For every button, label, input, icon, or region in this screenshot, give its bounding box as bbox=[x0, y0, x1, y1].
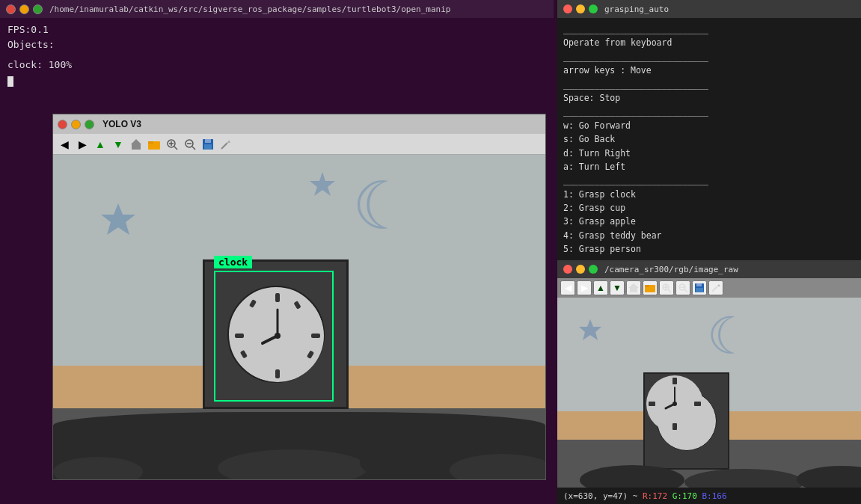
svg-point-59 bbox=[672, 402, 677, 406]
svg-point-31 bbox=[218, 449, 367, 479]
cam-home-button[interactable] bbox=[626, 280, 641, 295]
rt-line-2: ____________________________ bbox=[563, 50, 855, 64]
cam-back-button[interactable]: ◀ bbox=[560, 280, 575, 295]
cam-star-1 bbox=[576, 316, 604, 348]
cam-ground bbox=[557, 446, 861, 488]
star-2 bbox=[307, 170, 337, 203]
forward-button[interactable]: ▶ bbox=[74, 136, 91, 153]
svg-line-14 bbox=[221, 143, 227, 149]
rt-line-3: arrow keys : Move bbox=[563, 64, 855, 77]
rt-line-4: ____________________________ bbox=[563, 78, 855, 91]
rt-line-10: a: Turn Left bbox=[563, 160, 855, 173]
terminal-cursor bbox=[7, 76, 13, 87]
cam-down-button[interactable]: ▼ bbox=[610, 280, 625, 295]
left-terminal-panel: /home/inamuralab/catkin_ws/src/sigverse_… bbox=[0, 0, 554, 504]
svg-rect-0 bbox=[132, 144, 141, 150]
rt-line-9: d: Turn Right bbox=[563, 147, 855, 160]
folder-button[interactable] bbox=[146, 136, 162, 153]
cam-up-button[interactable]: ▲ bbox=[593, 280, 608, 295]
yolo-scene: ☽ bbox=[53, 155, 545, 479]
rt-line-1: Operate from keyboard bbox=[563, 36, 855, 49]
svg-line-40 bbox=[668, 289, 671, 292]
right-min-button[interactable] bbox=[576, 4, 585, 13]
yolo-close-button[interactable] bbox=[58, 120, 67, 129]
rt-line-16: 5: Grasp person bbox=[563, 242, 855, 256]
rt-line-11: ____________________________ bbox=[563, 173, 855, 187]
rt-line-7: w: Go Forward bbox=[563, 119, 855, 132]
cam-clock-face bbox=[657, 391, 717, 451]
camera-toolbar: ◀ ▶ ▲ ▼ bbox=[557, 278, 861, 298]
rt-line-8: s: Go Back bbox=[563, 132, 855, 146]
back-button[interactable]: ◀ bbox=[56, 136, 73, 153]
down-button[interactable]: ▼ bbox=[110, 136, 126, 153]
cam-save-button[interactable] bbox=[692, 280, 707, 295]
ground-rocks bbox=[53, 412, 545, 479]
svg-rect-53 bbox=[672, 378, 677, 384]
yolo-toolbar: ◀ ▶ ▲ ▼ bbox=[53, 134, 545, 155]
camera-close-button[interactable] bbox=[563, 265, 572, 274]
svg-marker-16 bbox=[101, 203, 135, 235]
svg-marker-36 bbox=[628, 283, 639, 288]
moon-decoration: ☽ bbox=[352, 166, 393, 245]
svg-rect-12 bbox=[205, 139, 211, 143]
svg-rect-48 bbox=[696, 288, 703, 292]
svg-rect-13 bbox=[204, 144, 212, 150]
svg-line-44 bbox=[684, 289, 687, 292]
rt-line-12: 1: Grasp clock bbox=[563, 188, 855, 201]
home-button[interactable] bbox=[128, 136, 144, 153]
camera-min-button[interactable] bbox=[576, 265, 585, 274]
star-1 bbox=[98, 200, 139, 244]
cam-zoom-in-button[interactable] bbox=[659, 280, 674, 295]
cam-zoom-out-button[interactable] bbox=[675, 280, 690, 295]
svg-point-62 bbox=[797, 466, 861, 488]
svg-rect-38 bbox=[645, 285, 649, 287]
svg-rect-54 bbox=[672, 423, 677, 430]
camera-title-bar: /camera_sr300/rgb/image_raw bbox=[557, 260, 861, 278]
rt-line-5: Space: Stop bbox=[563, 91, 855, 105]
save-button[interactable] bbox=[200, 136, 216, 153]
rt-line-13: 2: Grasp cup bbox=[563, 201, 855, 215]
svg-point-61 bbox=[684, 469, 804, 488]
svg-marker-17 bbox=[310, 172, 335, 196]
rt-line-0: ____________________________ bbox=[563, 22, 855, 36]
up-button[interactable]: ▲ bbox=[92, 136, 108, 153]
svg-rect-3 bbox=[148, 141, 153, 144]
camera-title-text: /camera_sr300/rgb/image_raw bbox=[604, 265, 738, 274]
svg-rect-55 bbox=[649, 402, 655, 406]
clock-line: clock: 100% bbox=[7, 58, 546, 73]
camera-window: /camera_sr300/rgb/image_raw ◀ ▶ ▲ ▼ bbox=[557, 260, 861, 504]
svg-marker-50 bbox=[717, 284, 720, 286]
right-close-button[interactable] bbox=[563, 4, 572, 13]
left-close-button[interactable] bbox=[6, 4, 16, 14]
yolo-max-button[interactable] bbox=[85, 120, 94, 129]
svg-point-60 bbox=[580, 465, 684, 488]
camera-scene: ☽ bbox=[557, 298, 861, 488]
svg-rect-47 bbox=[696, 283, 702, 286]
cam-forward-button[interactable]: ▶ bbox=[577, 280, 592, 295]
left-max-button[interactable] bbox=[33, 4, 43, 14]
svg-rect-35 bbox=[630, 288, 637, 292]
zoom-out-button[interactable] bbox=[182, 136, 198, 153]
wand-button[interactable] bbox=[218, 136, 234, 153]
fps-line: FPS:0.1 bbox=[7, 22, 546, 37]
svg-line-9 bbox=[192, 147, 195, 150]
camera-max-button[interactable] bbox=[589, 265, 598, 274]
status-bar: (x=630, y=47) ~ R:172 G:170 B:166 bbox=[557, 488, 861, 504]
left-min-button[interactable] bbox=[19, 4, 29, 14]
rt-line-14: 3: Grasp apple bbox=[563, 215, 855, 228]
svg-marker-1 bbox=[131, 139, 141, 144]
cam-wand-button[interactable] bbox=[708, 280, 723, 295]
right-title-bar: grasping_auto bbox=[557, 0, 861, 18]
detection-label: clock bbox=[214, 256, 252, 268]
yolo-min-button[interactable] bbox=[71, 120, 81, 129]
zoom-in-button[interactable] bbox=[164, 136, 180, 153]
svg-line-5 bbox=[174, 147, 177, 150]
right-max-button[interactable] bbox=[589, 4, 598, 13]
yolo-window: YOLO V3 ◀ ▶ ▲ ▼ bbox=[52, 114, 546, 480]
svg-line-49 bbox=[712, 286, 717, 292]
cam-folder-button[interactable] bbox=[643, 280, 658, 295]
camera-viewport: ☽ bbox=[557, 298, 861, 488]
yolo-title-bar: YOLO V3 bbox=[53, 114, 545, 134]
rt-line-6: ____________________________ bbox=[563, 105, 855, 118]
left-terminal-path: /home/inamuralab/catkin_ws/src/sigverse_… bbox=[49, 4, 450, 14]
